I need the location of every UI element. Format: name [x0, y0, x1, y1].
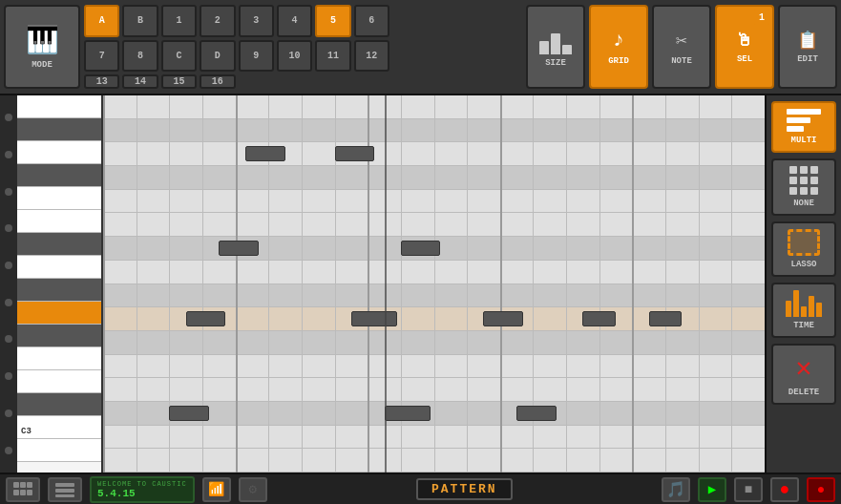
none-icon: [789, 166, 818, 195]
time-icon: [786, 290, 822, 317]
size-icon: [539, 26, 572, 54]
delete-label: DELETE: [788, 388, 819, 397]
edge-dot: [5, 114, 12, 121]
pat-btn-C[interactable]: C: [161, 40, 197, 73]
pat-btn-6[interactable]: 6: [354, 5, 389, 37]
list-view-button[interactable]: [48, 477, 82, 502]
version-display: WELCOME TO CAUSTIC 5.4.15: [90, 476, 195, 503]
svg-rect-4: [20, 490, 26, 495]
play-button[interactable]: ▶: [698, 477, 726, 502]
svg-rect-6: [55, 483, 74, 487]
settings-icon[interactable]: ⚙: [239, 477, 267, 502]
size-button[interactable]: SIZE: [526, 5, 585, 89]
time-button[interactable]: TIME: [771, 283, 836, 338]
edge-dot: [5, 262, 12, 269]
pat-btn-14[interactable]: 14: [122, 74, 158, 89]
wifi-icon: 📶: [202, 477, 231, 502]
right-tools: SIZE ♪ GRID ✂ NOTE 🖱 1 SEL 📋 EdIt: [526, 5, 837, 89]
pat-btn-7[interactable]: 7: [84, 40, 119, 73]
list-view-icon: [55, 482, 74, 497]
edge-dot: [5, 224, 12, 232]
pat-btn-2[interactable]: 2: [200, 5, 235, 37]
grid-button[interactable]: ♪ GRID: [589, 5, 648, 89]
mode-label: MODE: [32, 60, 53, 70]
metronome-icon[interactable]: 🎵: [662, 477, 690, 502]
lasso-icon: [788, 229, 820, 256]
pat-btn-13[interactable]: 13: [84, 74, 119, 89]
pattern-label: PATTERN: [416, 478, 513, 500]
stop-button[interactable]: ■: [734, 477, 763, 502]
note-icon: ♪: [612, 29, 624, 52]
size-label: SIZE: [545, 58, 566, 68]
svg-rect-7: [55, 489, 74, 493]
pat-btn-D[interactable]: D: [200, 40, 235, 73]
scissors-icon: ✂: [676, 29, 687, 52]
right-sidebar: MULTI NONE LASSO TIME ✕: [765, 95, 841, 472]
grid-view-button[interactable]: [6, 477, 40, 502]
svg-rect-3: [13, 490, 19, 495]
edge-dot: [5, 447, 12, 454]
edit-label: EdIt: [797, 54, 818, 64]
pat-btn-16[interactable]: 16: [200, 74, 235, 89]
welcome-text: WELCOME TO CAUSTIC: [97, 480, 187, 488]
edge-dot: [5, 372, 12, 380]
pat-btn-12[interactable]: 12: [354, 40, 389, 73]
edit-icon: 📋: [797, 30, 818, 51]
grid-view-icon: [13, 482, 32, 497]
top-toolbar: 🎹 MODE A B 1 2 3 4 5 6 7 8 C D 9 10 11 1…: [0, 0, 841, 95]
edge-dot: [5, 410, 12, 417]
pat-btn-10[interactable]: 10: [277, 40, 312, 73]
svg-rect-0: [13, 482, 19, 488]
sel-icon: 🖱: [736, 31, 753, 51]
pat-btn-8[interactable]: 8: [122, 40, 158, 73]
main-area: C3 MULTI NONE LASSO: [0, 95, 841, 472]
pat-btn-3[interactable]: 3: [239, 5, 274, 37]
edge-dot: [5, 335, 12, 343]
svg-rect-2: [27, 482, 32, 488]
left-edge: [0, 95, 17, 472]
mode-button[interactable]: 🎹 MODE: [4, 5, 80, 89]
grid-area[interactable]: [103, 95, 765, 472]
pat-btn-11[interactable]: 11: [315, 40, 350, 73]
pat-btn-15[interactable]: 15: [161, 74, 197, 89]
delete-icon: ✕: [796, 351, 812, 384]
edge-dot: [5, 299, 12, 306]
pat-btn-9[interactable]: 9: [239, 40, 274, 73]
version-number: 5.4.15: [97, 488, 136, 499]
edge-dot: [5, 188, 12, 196]
lasso-button[interactable]: LASSO: [771, 221, 836, 277]
rec2-button[interactable]: ●: [807, 477, 835, 502]
pat-btn-B[interactable]: B: [122, 5, 158, 37]
bottom-bar: WELCOME TO CAUSTIC 5.4.15 📶 ⚙ PATTERN 🎵 …: [0, 472, 841, 504]
pattern-group: A B 1 2 3 4 5 6 7 8 C D 9 10 11 12 13 14…: [84, 5, 389, 89]
svg-rect-5: [27, 490, 32, 495]
pat-btn-1[interactable]: 1: [161, 5, 197, 37]
note-button[interactable]: ✂ NOTE: [652, 5, 711, 89]
none-label: NONE: [793, 199, 814, 208]
piano-icon: 🎹: [26, 24, 59, 56]
pat-btn-A[interactable]: A: [84, 5, 119, 37]
multi-icon: [787, 109, 821, 132]
multi-label: MULTI: [790, 136, 816, 145]
pat-btn-5[interactable]: 5: [315, 5, 350, 37]
sel-label: SEL: [737, 54, 752, 64]
multi-button[interactable]: MULTI: [771, 101, 836, 153]
note-label: NOTE: [671, 56, 692, 66]
svg-rect-1: [20, 482, 26, 488]
delete-button[interactable]: ✕ DELETE: [771, 344, 836, 405]
pat-btn-4[interactable]: 4: [277, 5, 312, 37]
none-button[interactable]: NONE: [771, 158, 836, 216]
rec-button[interactable]: ●: [770, 477, 799, 502]
lasso-label: LASSO: [790, 260, 816, 269]
edge-dot: [5, 151, 12, 158]
sel-number: 1: [754, 10, 769, 25]
sel-button[interactable]: 🖱 1 SEL: [715, 5, 774, 89]
edit-button[interactable]: 📋 EdIt: [778, 5, 837, 89]
piano-keys: C3: [17, 95, 103, 472]
grid-label: GRID: [608, 56, 629, 66]
svg-rect-8: [55, 494, 74, 497]
time-label: TIME: [793, 321, 814, 330]
